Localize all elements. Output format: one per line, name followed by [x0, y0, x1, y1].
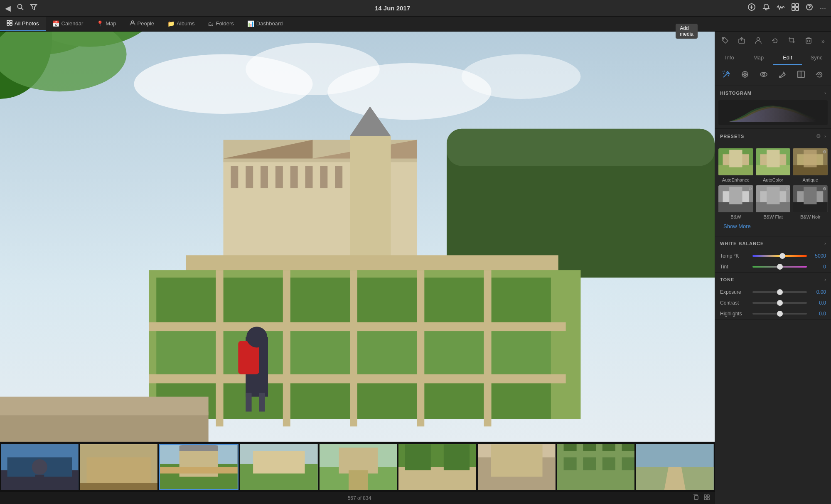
filmstrip-copy-button[interactable]	[693, 494, 699, 502]
histogram-content	[718, 100, 828, 125]
svg-rect-112	[583, 457, 596, 470]
tone-header[interactable]: TONE ›	[715, 273, 831, 287]
activity-button[interactable]	[777, 4, 785, 12]
svg-rect-45	[492, 278, 551, 322]
rotate-panel-button[interactable]	[768, 35, 782, 47]
filmstrip-item[interactable]	[557, 444, 635, 490]
filmstrip-item[interactable]	[478, 444, 556, 490]
svg-rect-63	[417, 270, 424, 426]
add-media-button[interactable]	[747, 5, 756, 13]
all-photos-icon	[7, 20, 12, 27]
panel-more-button[interactable]: »	[818, 36, 828, 46]
histogram-header[interactable]: HISTOGRAM ›	[715, 86, 831, 100]
filter-button[interactable]	[30, 3, 37, 13]
eye-adjust-button[interactable]	[756, 69, 771, 82]
crop-panel-button[interactable]	[785, 35, 799, 47]
show-more-presets[interactable]: Show More	[718, 220, 828, 233]
preset-auto-color[interactable]: AutoColor	[756, 148, 791, 183]
search-button[interactable]	[17, 3, 24, 13]
svg-marker-2	[31, 5, 37, 10]
contrast-slider-thumb[interactable]	[777, 300, 783, 306]
svg-rect-121	[704, 498, 706, 500]
svg-rect-6	[792, 4, 795, 7]
dashboard-label: Dashboard	[256, 20, 283, 27]
filmstrip-item[interactable]	[320, 444, 397, 490]
nav-albums[interactable]: 📁 Albums	[161, 17, 201, 31]
pen-button[interactable]	[775, 69, 790, 82]
nav-map[interactable]: 📍 Map	[90, 17, 123, 31]
contrast-value: 0.0	[810, 300, 826, 306]
contrast-label: Contrast	[720, 300, 749, 306]
exposure-value: 0.00	[810, 289, 826, 295]
highlights-slider-thumb[interactable]	[777, 311, 783, 317]
tint-slider-thumb[interactable]	[777, 264, 783, 270]
temp-slider-thumb[interactable]	[779, 253, 785, 259]
white-balance-chevron: ›	[824, 241, 826, 246]
svg-rect-104	[491, 444, 542, 477]
filmstrip-item-selected[interactable]	[159, 444, 238, 490]
top-bar-right: Add media	[747, 3, 826, 13]
tab-map[interactable]: Map	[744, 51, 773, 65]
preset-antique[interactable]: ⚙ Antique	[793, 148, 828, 183]
highlights-slider-track[interactable]	[752, 313, 807, 315]
nav-all-photos[interactable]: All Photos	[0, 17, 46, 31]
svg-rect-99	[398, 467, 476, 490]
filmstrip-item[interactable]	[1, 444, 79, 490]
tab-sync[interactable]: Sync	[802, 51, 831, 65]
delete-panel-button[interactable]	[801, 35, 816, 47]
nav-people[interactable]: People	[123, 17, 161, 31]
svg-point-137	[762, 74, 765, 76]
filmstrip-item[interactable]	[398, 444, 476, 490]
history-button[interactable]	[812, 69, 827, 82]
people-panel-button[interactable]	[751, 35, 765, 47]
svg-rect-55	[357, 382, 417, 419]
preset-bw-noir[interactable]: ⚙ B&W Noir	[793, 185, 828, 220]
notification-button[interactable]	[762, 3, 770, 13]
preset-bw-noir-gear[interactable]: ⚙	[823, 187, 826, 191]
filmstrip-count: 567 of 834	[348, 495, 371, 501]
tag-panel-button[interactable]	[718, 35, 732, 47]
nav-folders[interactable]: 🗂 Folders	[201, 17, 240, 31]
help-button[interactable]	[806, 3, 813, 13]
tab-info[interactable]: Info	[715, 51, 744, 65]
exposure-slider-thumb[interactable]	[777, 289, 783, 295]
preset-auto-enhance[interactable]: AutoEnhance	[718, 148, 753, 183]
preset-bw[interactable]: ⚙ B&W	[718, 185, 753, 220]
svg-rect-37	[335, 166, 342, 188]
preset-bw-flat[interactable]: ⚙ B&W Flat	[756, 185, 791, 220]
filmstrip-grid-button[interactable]	[704, 494, 710, 502]
back-button[interactable]: ◀	[5, 4, 11, 13]
exposure-slider-track[interactable]	[752, 291, 807, 293]
filmstrip-item[interactable]	[240, 444, 318, 490]
filmstrip-item[interactable]	[636, 444, 714, 490]
tint-slider-track[interactable]	[752, 266, 807, 268]
svg-rect-34	[290, 166, 298, 188]
presets-settings-icon[interactable]: ⚙	[816, 133, 821, 139]
split-tone-button[interactable]	[794, 69, 809, 82]
svg-rect-110	[622, 444, 634, 451]
display-button[interactable]	[792, 3, 799, 13]
more-button[interactable]: ···	[820, 4, 826, 12]
presets-header[interactable]: PRESETS ⚙ ›	[715, 129, 831, 143]
svg-rect-65	[0, 412, 209, 442]
presets-content: AutoEnhance AutoColor	[715, 143, 831, 236]
white-balance-section: WHITE BALANCE › Temp °K 5000 Tint 0	[715, 236, 831, 273]
preset-bw-flat-gear[interactable]: ⚙	[785, 187, 789, 191]
preset-antique-gear[interactable]: ⚙	[823, 150, 826, 154]
svg-rect-158	[729, 187, 742, 204]
preset-bw-gear[interactable]: ⚙	[748, 187, 752, 191]
filmstrip-item[interactable]	[80, 444, 158, 490]
white-balance-header[interactable]: WHITE BALANCE ›	[715, 236, 831, 251]
nav-calendar[interactable]: 📅 Calendar	[46, 17, 90, 31]
share-panel-button[interactable]	[735, 35, 749, 47]
contrast-slider-track[interactable]	[752, 302, 807, 304]
temp-slider-track[interactable]	[752, 255, 807, 257]
color-adjust-button[interactable]	[738, 69, 752, 82]
svg-rect-41	[224, 278, 283, 322]
svg-rect-48	[290, 329, 350, 374]
magic-wand-edit-button[interactable]	[719, 69, 734, 82]
tab-edit[interactable]: Edit	[773, 51, 802, 65]
nav-dashboard[interactable]: 📊 Dashboard	[241, 17, 290, 31]
svg-rect-40	[156, 278, 216, 322]
people-nav-icon	[130, 20, 135, 27]
